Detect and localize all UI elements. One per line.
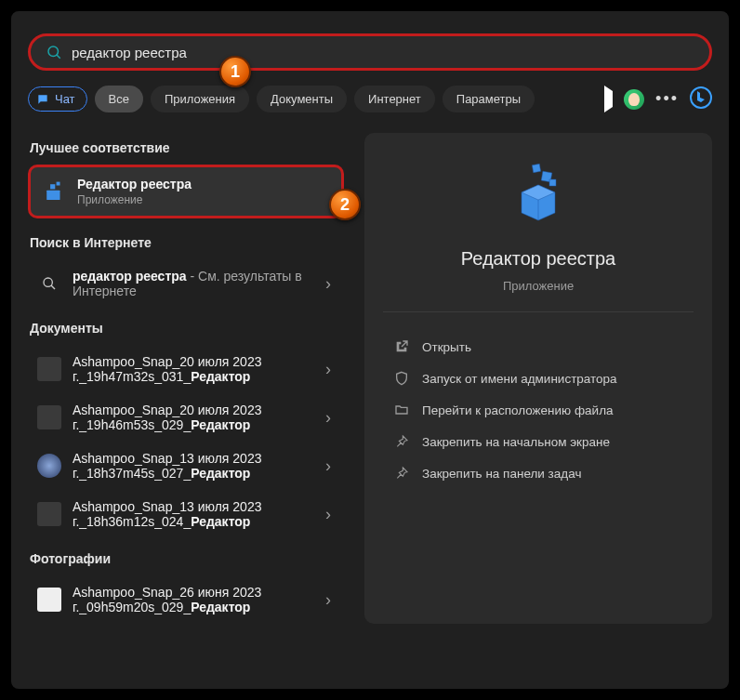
photos-header: Фотографии bbox=[30, 551, 344, 566]
svg-point-0 bbox=[48, 46, 59, 57]
filter-settings[interactable]: Параметры bbox=[443, 86, 535, 112]
svg-rect-12 bbox=[532, 164, 540, 172]
best-match-title: Редактор реестра bbox=[77, 177, 192, 192]
svg-point-2 bbox=[691, 87, 711, 108]
svg-rect-3 bbox=[46, 191, 59, 200]
document-result[interactable]: Ashampoo_Snap_20 июля 2023 г._19h47m32s_… bbox=[28, 345, 344, 393]
search-bar[interactable] bbox=[28, 33, 712, 71]
chevron-right-icon: › bbox=[322, 505, 335, 524]
registry-editor-icon bbox=[42, 179, 66, 204]
svg-line-7 bbox=[51, 285, 55, 289]
details-title: Редактор реестра bbox=[461, 248, 615, 270]
svg-line-1 bbox=[57, 55, 60, 59]
search-input[interactable] bbox=[72, 45, 694, 60]
document-result[interactable]: Ashampoo_Snap_13 июля 2023 г._18h37m45s_… bbox=[28, 442, 344, 490]
document-result[interactable]: Ashampoo_Snap_13 июля 2023 г._18h36m12s_… bbox=[28, 490, 344, 538]
details-pane: Редактор реестра Приложение Открыть Запу… bbox=[364, 133, 712, 624]
best-match-header: Лучшее соответствие bbox=[30, 140, 344, 155]
pin-icon bbox=[394, 434, 409, 449]
more-menu-icon[interactable]: ••• bbox=[655, 89, 679, 109]
filter-apps[interactable]: Приложения bbox=[151, 86, 249, 112]
annotation-step-2: 2 bbox=[329, 189, 361, 220]
svg-rect-13 bbox=[549, 179, 556, 186]
pin-icon bbox=[394, 466, 409, 481]
chevron-right-icon: › bbox=[322, 274, 335, 294]
search-panel: 1 Чат Все Приложения Документы Интернет … bbox=[9, 9, 731, 691]
chevron-right-icon: › bbox=[322, 408, 335, 428]
photo-result[interactable]: Ashampoo_Snap_26 июня 2023 г._09h59m20s_… bbox=[28, 575, 344, 624]
file-thumbnail-icon bbox=[37, 454, 61, 478]
web-search-header: Поиск в Интернете bbox=[30, 235, 344, 250]
action-pin-start[interactable]: Закрепить на начальном экране bbox=[390, 426, 686, 457]
action-open-file-location[interactable]: Перейти к расположению файла bbox=[390, 394, 686, 426]
search-icon bbox=[37, 276, 61, 291]
filter-row: Чат Все Приложения Документы Интернет Па… bbox=[28, 86, 712, 112]
file-thumbnail-icon bbox=[37, 357, 61, 381]
filter-internet[interactable]: Интернет bbox=[354, 86, 435, 112]
chevron-right-icon: › bbox=[322, 456, 335, 476]
action-run-as-admin[interactable]: Запуск от имени администратора bbox=[390, 363, 686, 394]
filter-chat-label: Чат bbox=[55, 92, 75, 106]
registry-editor-large-icon bbox=[505, 159, 572, 230]
user-avatar[interactable] bbox=[624, 89, 644, 110]
svg-rect-5 bbox=[57, 182, 60, 186]
results-column: Лучшее соответствие Редактор реестра При… bbox=[28, 133, 344, 624]
file-thumbnail-icon bbox=[37, 502, 61, 526]
media-play-icon[interactable] bbox=[604, 91, 613, 108]
bing-logo-icon[interactable] bbox=[690, 86, 712, 112]
svg-rect-4 bbox=[50, 184, 55, 189]
photo-thumbnail-icon bbox=[37, 588, 61, 612]
bing-chat-icon bbox=[36, 93, 49, 106]
document-result[interactable]: Ashampoo_Snap_20 июля 2023 г._19h46m53s_… bbox=[28, 393, 344, 442]
filter-all[interactable]: Все bbox=[95, 86, 143, 112]
action-pin-taskbar[interactable]: Закрепить на панели задач bbox=[390, 457, 686, 489]
bing-search-icon bbox=[46, 44, 62, 60]
shield-admin-icon bbox=[394, 371, 409, 386]
documents-header: Документы bbox=[30, 321, 344, 336]
web-search-result[interactable]: редактор реестра - См. результаты в Инте… bbox=[28, 259, 344, 308]
chevron-right-icon: › bbox=[322, 590, 335, 610]
chevron-right-icon: › bbox=[322, 360, 335, 379]
filter-documents[interactable]: Документы bbox=[257, 86, 347, 112]
action-open[interactable]: Открыть bbox=[390, 331, 686, 363]
filter-chat[interactable]: Чат bbox=[28, 86, 87, 112]
svg-point-6 bbox=[44, 278, 52, 286]
file-thumbnail-icon bbox=[37, 405, 61, 429]
best-match-subtitle: Приложение bbox=[77, 193, 330, 206]
search-bar-wrap: 1 bbox=[28, 33, 712, 71]
open-icon bbox=[394, 339, 409, 354]
folder-icon bbox=[394, 403, 409, 417]
details-subtitle: Приложение bbox=[503, 279, 574, 293]
annotation-step-1: 1 bbox=[219, 56, 251, 87]
best-match-result[interactable]: Редактор реестра Приложение bbox=[28, 165, 344, 218]
divider bbox=[383, 311, 694, 312]
